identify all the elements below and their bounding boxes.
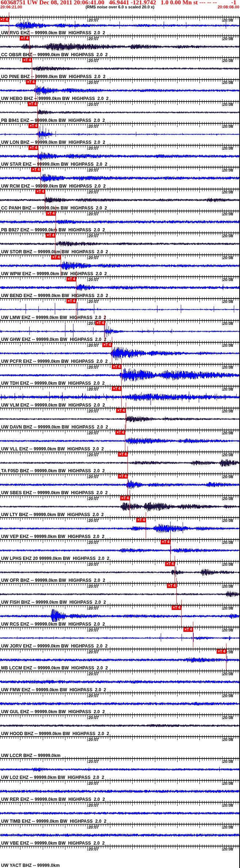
trace-row[interactable]: 20:07 20:08 UW LTY BHZ -- 99999.0km BW H… — [0, 495, 240, 517]
minute-label-2007: 20:07 — [88, 277, 99, 282]
trace-row[interactable]: 20:07 20:08 UW FISH BHZ -- 99999.0km BW … — [0, 583, 240, 605]
pick-flag-label: ×T 4 — [217, 649, 226, 654]
station-label: UW VLL EHZ -- 99999.0km BW HIGHPASS 2.0 … — [1, 447, 104, 452]
trace-row[interactable]: 20:07 20:08 UW YACT BHZ -- 99999.0km — [0, 846, 240, 868]
pick-flag[interactable]: ×T 4 — [95, 321, 105, 325]
pick-line — [130, 490, 130, 517]
trace-row[interactable]: 20:07 20:08 UW OFR BHZ -- 99999.0km BW H… — [0, 561, 240, 583]
pick-flag[interactable]: ×T 4 — [183, 627, 193, 632]
pick-line — [121, 381, 122, 408]
station-label: UW DAVN BHZ -- 99999.0km BW HIGHPASS 2.0… — [1, 425, 109, 430]
trace-row[interactable]: 20:07 20:08 UW BEND EHZ -- 99999.0km BW … — [0, 276, 240, 298]
trace-row[interactable]: 20:07 20:08 UW GUL EHZ -- 99999.0km BW H… — [0, 692, 240, 714]
pick-line — [127, 468, 128, 495]
trace-row[interactable]: 20:07 20:08 UW WPW EHZ -- 99999.0km BW H… — [0, 254, 240, 276]
pick-flag[interactable]: ×T 4 — [102, 343, 112, 347]
pick-flag-label: ×T 4 — [28, 146, 38, 150]
trace-row[interactable]: 20:07 20:08 UW SBES EHZ -- 99999.0km BW … — [0, 473, 240, 495]
trace-row[interactable]: 20:07 20:08 UW TIMB EHZ -- 99999.0km BW … — [0, 802, 240, 824]
trace-row[interactable]: 20:07 20:08 UW HEBO BHZ -- 99999.0km BW … — [0, 79, 240, 101]
trace-row[interactable]: 20:07 20:08 PB B927 EHZ -- 99999.0km BW … — [0, 211, 240, 233]
pick-flag[interactable]: ×T 4 — [31, 168, 41, 172]
trace-row[interactable]: 20:07 20:08 UW STAR EHZ -- 99999.0km BW … — [0, 145, 240, 167]
station-label: UW TIMB EHZ -- 99999.0km BW HIGHPASS 2.0… — [1, 819, 107, 824]
pick-flag[interactable]: ×T 4 — [46, 211, 56, 216]
pick-flag-label: ×T 4 — [116, 408, 126, 413]
minute-label-2007: 20:07 — [88, 387, 99, 391]
pick-flag[interactable]: ×T 4 — [28, 146, 38, 150]
pick-flag[interactable]: ×T 4 — [161, 540, 171, 544]
pick-flag[interactable]: ×T 4 — [116, 408, 126, 413]
trace-row[interactable]: 20:07 20:08 UW VLM EHZ -- 99999.0km BW H… — [0, 386, 240, 408]
minute-label-2007: 20:07 — [88, 58, 99, 63]
trace-row[interactable]: 20:07 20:08 UW LMW EHZ -- 99999.0km BW H… — [0, 298, 240, 320]
pick-flag[interactable]: ×T 4 — [120, 496, 130, 500]
trace-row[interactable]: 20:07 20:08 UW STOR BHZ -- 99999.0km BW … — [0, 233, 240, 254]
pick-line — [170, 534, 171, 561]
pick-flag-label: ×T 4 — [112, 387, 122, 391]
minute-label-2007: 20:07 — [88, 168, 99, 172]
pick-line — [45, 184, 45, 211]
trace-row[interactable]: 20:07 20:08 UW VBE EHZ -- 99999.0km BW H… — [0, 824, 240, 846]
trace-row[interactable]: 20:07 20:08 UW RCM EHZ -- 99999.0km BW H… — [0, 167, 240, 189]
trace-row[interactable]: 20:07 20:08 UW TDH EHZ -- 99999.0km BW H… — [0, 364, 240, 386]
time-window-bar: 20:06:21.00 (RMS noise over 6.0 s scaled… — [0, 5, 240, 10]
trace-row[interactable]: 20:07 20:08 UW LO2 EHZ -- 99999.0km BW H… — [0, 758, 240, 780]
pick-flag[interactable]: ×T 4 — [112, 387, 122, 391]
trace-row[interactable]: 20:07 20:08 UW VLL EHZ -- 99999.0km BW H… — [0, 430, 240, 452]
pick-flag[interactable]: ×T 4 — [46, 233, 56, 238]
trace-row[interactable]: 20:07 20:08 UW JORV EHZ -- 99999.0km BW … — [0, 627, 240, 649]
trace-row[interactable]: 20:07 20:08 UW LPHS EHZ 20 99999.0km BW … — [0, 539, 240, 561]
pick-flag[interactable]: ×T 4 — [0, 18, 9, 22]
minute-label-2008: 20:08 — [223, 453, 233, 457]
pick-flag[interactable]: ×T 4 — [28, 102, 38, 106]
pick-flag[interactable]: ×T 4 — [26, 80, 36, 84]
trace-row[interactable]: 20:07 20:08 UW FMW EHZ -- 99999.0km BW H… — [0, 671, 240, 692]
station-label: UW BEND EHZ -- 99999.0km BW HIGHPASS 2.0… — [1, 293, 109, 298]
trace-row[interactable]: 20:07 20:08 UW LON BHZ -- 99999.0km BW H… — [0, 123, 240, 145]
trace-row[interactable]: 20:07 20:08 CC OBSR BHZ -- 99999.0km BW … — [0, 35, 240, 57]
pick-flag[interactable]: ×T 4 — [172, 606, 182, 610]
pick-flag[interactable]: ×T 4 — [28, 124, 38, 128]
minute-label-2007: 20:07 — [88, 212, 99, 216]
trace-row[interactable]: 20:07 20:08 TA F05D BHZ -- 99999.0km BW … — [0, 452, 240, 473]
trace-row[interactable]: 20:07 20:08 MB LCCM EHZ -- 99999.0km BW … — [0, 649, 240, 671]
trace-row[interactable]: 20:07 20:08 UW HOOD BHZ -- 99999.0km BW … — [0, 714, 240, 736]
minute-label-2007: 20:07 — [88, 518, 99, 523]
minute-label-2007: 20:07 — [88, 102, 99, 107]
pick-flag[interactable]: ×T 4 — [66, 277, 76, 281]
pick-flag[interactable]: ×T 4 — [115, 430, 125, 435]
pick-flag-label: ×T 4 — [66, 299, 76, 303]
pick-flag-label: ×T 4 — [118, 452, 128, 457]
pick-flag[interactable]: ×T 4 — [35, 189, 45, 194]
trace-row[interactable]: 20:07 20:08 UW GHW EHZ -- 99999.0km BW H… — [0, 320, 240, 342]
window-end-time: 20:08:08.00 — [218, 5, 239, 9]
pick-flag[interactable]: ×T 4 — [118, 452, 128, 457]
pick-flag[interactable]: ×T 4 — [20, 36, 30, 41]
trace-row[interactable]: 20:07 20:08 PB B941 EHZ -- 99999.0km BW … — [0, 101, 240, 123]
pick-flag[interactable]: ×T 4 — [167, 584, 177, 588]
trace-row[interactable]: 20:07 20:08 UW LCCR BHZ -- 99999.0km — [0, 736, 240, 758]
pick-flag[interactable]: ×T 4 — [118, 474, 128, 479]
trace-row[interactable]: 20:07 20:08 UW VEP EHZ -- 99999.0km BW H… — [0, 517, 240, 539]
pick-line — [175, 556, 175, 583]
station-label: UW GHW EHZ -- 99999.0km BW HIGHPASS 2.0 … — [1, 337, 107, 342]
pick-flag[interactable]: ×T 4 — [136, 518, 146, 522]
trace-row[interactable]: 20:07 20:08 UW RVG EHZ -- 99999.0km BW H… — [0, 17, 240, 35]
trace-row[interactable]: 20:07 20:08 UW RCS EHZ -- 99999.0km BW H… — [0, 605, 240, 627]
minute-label-2007: 20:07 — [88, 694, 99, 698]
pick-flag[interactable]: ×T 4 — [112, 365, 122, 369]
trace-row[interactable]: 20:07 20:08 UO PINE BHZ -- 99999.0km BW … — [0, 57, 240, 79]
pick-flag[interactable]: ×T 4 — [66, 299, 76, 303]
trace-row[interactable]: 20:07 20:08 CC PANH BHZ -- 99999.0km BW … — [0, 189, 240, 211]
trace-row[interactable]: 20:07 20:08 UW RER EHZ -- 99999.0km BW H… — [0, 780, 240, 802]
minute-label-2008: 20:08 — [223, 124, 233, 128]
pick-flag[interactable]: ×T 4 — [217, 649, 226, 654]
pick-flag[interactable]: ×T 4 — [165, 562, 175, 566]
pick-flag[interactable]: ×T 4 — [51, 255, 61, 260]
pick-flag-label: ×T 4 — [26, 80, 36, 84]
pick-line — [226, 644, 226, 671]
trace-row[interactable]: 20:07 20:08 UW DAVN BHZ -- 99999.0km BW … — [0, 408, 240, 430]
pick-flag[interactable]: ×T 4 — [22, 58, 32, 62]
trace-row[interactable]: 20:07 20:08 UW PCFR EHZ -- 99999.0km BW … — [0, 342, 240, 364]
